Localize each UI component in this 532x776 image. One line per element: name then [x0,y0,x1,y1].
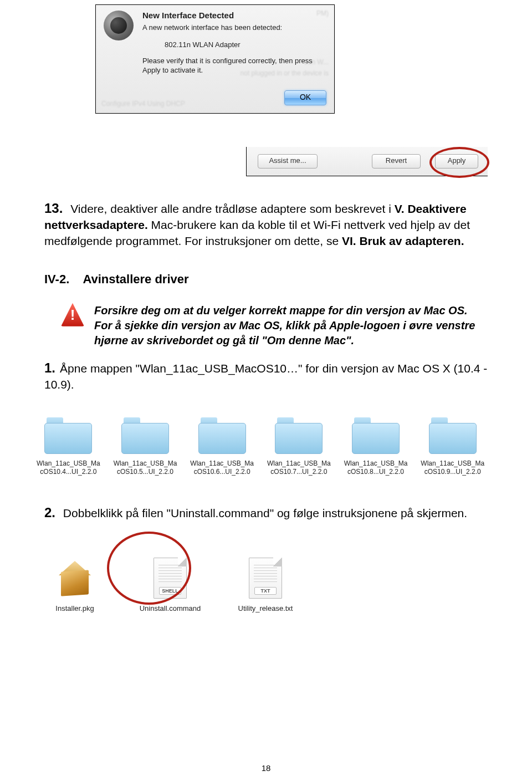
package-icon [55,560,94,599]
folder-item[interactable]: Wlan_11ac_USB_Ma cOS10.5...UI_2.2.0 [110,417,181,476]
dialog-title: New Interface Detected [142,11,326,20]
step-13-number: 13. [44,201,63,216]
section-iv-2: IV-2. Avinstallere driver [44,271,488,288]
file-list: Installer.pkg SHELL Uninstall.command TX… [39,535,488,612]
step-2: 2. Dobbelklikk på filen "Uninstall.comma… [44,504,488,522]
page-number: 18 [0,763,532,773]
file-type-tag: TXT [254,587,277,595]
step-13-bold-b: VI. Bruk av adapteren. [342,234,464,247]
network-gear-icon [104,11,134,40]
installer-pkg[interactable]: Installer.pkg [39,560,111,612]
step-13-text-a: Videre, deaktiver alle andre trådløse ad… [70,202,394,215]
folder-label: Wlan_11ac_USB_Ma cOS10.6...UI_2.2.0 [187,460,257,476]
dialog-instruction: Please verify that it is configured corr… [142,57,326,75]
section-number: IV-2. [44,272,69,286]
file-type-tag: SHELL [159,587,181,595]
ok-button[interactable]: OK [284,90,326,105]
text-file-icon: TXT [249,558,282,599]
file-label: Installer.pkg [39,604,111,612]
folder-list: Wlan_11ac_USB_Ma cOS10.4...UI_2.2.0 Wlan… [33,417,488,476]
network-prefs-button-bar: Assist me... Revert Apply [246,147,488,176]
shell-script-icon: SHELL [154,558,187,599]
folder-item[interactable]: Wlan_11ac_USB_Ma cOS10.6...UI_2.2.0 [187,417,257,476]
warning-block: Forsikre deg om at du velger korrekt map… [61,303,488,348]
folder-icon [429,417,477,454]
warning-text: Forsikre deg om at du velger korrekt map… [94,303,488,348]
step-13: 13. Videre, deaktiver alle andre trådløs… [44,200,488,249]
folder-label: Wlan_11ac_USB_Ma cOS10.5...UI_2.2.0 [110,460,181,476]
file-label: Uninstall.command [134,604,206,612]
dialog-device-name: 802.11n WLAN Adapter [165,40,326,49]
folder-item[interactable]: Wlan_11ac_USB_Ma cOS10.4...UI_2.2.0 [33,417,104,476]
new-interface-dialog: PM) 11n W... not plugged in or the devic… [95,4,335,114]
folder-icon [275,417,323,454]
folder-label: Wlan_11ac_USB_Ma cOS10.9...UI_2.2.0 [417,460,488,476]
dialog-subtitle: A new network interface has been detecte… [142,23,326,33]
folder-label: Wlan_11ac_USB_Ma cOS10.4...UI_2.2.0 [33,460,104,476]
step-2-text: Dobbelklikk på filen "Uninstall.command"… [63,507,467,519]
apply-button[interactable]: Apply [435,154,478,169]
step-1: 1.Åpne mappen "Wlan_11ac_USB_MacOS10…" f… [44,359,488,393]
section-title: Avinstallere driver [83,272,188,286]
folder-item[interactable]: Wlan_11ac_USB_Ma cOS10.7...UI_2.2.0 [264,417,334,476]
warning-icon [61,303,84,326]
uninstall-command[interactable]: SHELL Uninstall.command [134,558,206,612]
folder-item[interactable]: Wlan_11ac_USB_Ma cOS10.8...UI_2.2.0 [341,417,411,476]
folder-item[interactable]: Wlan_11ac_USB_Ma cOS10.9...UI_2.2.0 [417,417,488,476]
folder-label: Wlan_11ac_USB_Ma cOS10.7...UI_2.2.0 [264,460,334,476]
utility-release-txt[interactable]: TXT Utility_release.txt [229,558,301,612]
folder-icon [198,417,246,454]
revert-button[interactable]: Revert [372,154,421,169]
assist-me-button[interactable]: Assist me... [258,154,318,169]
file-label: Utility_release.txt [229,604,301,612]
folder-icon [352,417,400,454]
step-1-text: Åpne mappen "Wlan_11ac_USB_MacOS10…" for… [44,362,487,391]
folder-icon [44,417,92,454]
step-1-number: 1. [44,360,55,375]
step-2-number: 2. [44,505,55,520]
folder-icon [121,417,169,454]
folder-label: Wlan_11ac_USB_Ma cOS10.8...UI_2.2.0 [341,460,411,476]
